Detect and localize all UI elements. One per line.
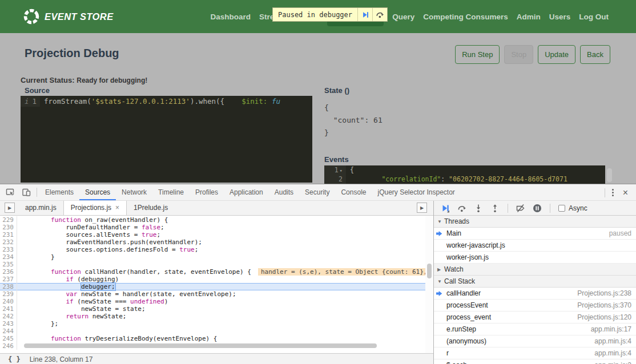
tab-security[interactable]: Security	[299, 184, 335, 200]
stack-frame-callhandler[interactable]: callHandler Projections.js:238	[434, 288, 636, 300]
stack-frame-anonymous[interactable]: (anonymous)app.min.js:4	[434, 335, 636, 347]
gutter-235[interactable]: 235	[0, 261, 17, 268]
pause-on-exceptions-icon[interactable]	[533, 204, 542, 213]
stack-frame-processevent[interactable]: processEventProjections.js:370	[434, 300, 636, 312]
nav-item-log-out[interactable]: Log Out	[579, 13, 609, 21]
tab-network[interactable]: Network	[116, 184, 152, 200]
code-vertical-scrollbar[interactable]	[425, 216, 433, 353]
frame-location: app.min.js:2	[594, 361, 636, 364]
cursor-position: Line 238, Column 17	[30, 355, 93, 363]
gutter-244[interactable]: 244	[0, 327, 17, 335]
async-checkbox[interactable]	[558, 205, 565, 212]
sources-status-bar: { } Line 238, Column 17	[0, 353, 433, 364]
stack-frame-process-event[interactable]: process_eventProjections.js:120	[434, 312, 636, 323]
step-out-icon[interactable]	[490, 204, 500, 213]
threads-section-header[interactable]: ▼Threads	[434, 216, 636, 228]
events-editor[interactable]: 1▾ { 2 "correlationId": "06202702-8827-4…	[324, 165, 605, 184]
resume-script-icon[interactable]	[441, 204, 450, 213]
resume-script-button[interactable]	[357, 8, 372, 21]
divider	[605, 188, 605, 197]
gutter-230[interactable]: 230	[0, 224, 17, 231]
step-over-button[interactable]	[372, 8, 387, 21]
pretty-print-icon[interactable]: { }	[8, 355, 21, 363]
gutter-246[interactable]: 246	[0, 342, 17, 350]
events-line-1: 1▾ {	[324, 165, 605, 175]
inspect-element-icon[interactable]	[6, 188, 15, 197]
gutter-241[interactable]: 241	[0, 305, 17, 313]
file-tab-projections-js[interactable]: Projections.js×	[63, 201, 127, 215]
gutter-240[interactable]: 240	[0, 298, 17, 305]
events-line-number: 2	[339, 175, 343, 183]
horizontal-scrollbar[interactable]	[24, 343, 377, 348]
back-button[interactable]: Back	[580, 45, 610, 64]
source-editor[interactable]: i 1 fromStream('$stats-127.0.0.1:2113').…	[21, 96, 312, 183]
gutter-233[interactable]: 233	[0, 246, 17, 253]
devtools-menu-icon[interactable]	[607, 187, 618, 199]
gutter-245[interactable]: 245	[0, 335, 17, 342]
tab-audits[interactable]: Audits	[269, 184, 299, 200]
page-title: Projection Debug	[25, 47, 119, 60]
paused-in-debugger-toolbar: Paused in debugger	[272, 7, 388, 22]
gutter-231[interactable]: 231	[0, 231, 17, 238]
panel-toggle-icon[interactable]: ▶	[417, 203, 427, 213]
nav-item-query[interactable]: Query	[392, 13, 414, 21]
code-line-233: 233 sources.options.definesFold = true;	[0, 246, 425, 253]
device-toolbar-icon[interactable]	[22, 188, 31, 197]
update-button[interactable]: Update	[538, 45, 575, 64]
fold-arrow-icon[interactable]: ▾	[340, 168, 343, 173]
stack-frame-partial[interactable]: $.eachapp.min.js:2	[434, 359, 636, 364]
stack-frame-e-runstep[interactable]: e.runStepapp.min.js:17	[434, 323, 636, 335]
events-code[interactable]: "correlationId": "06202702-8827-4464-860…	[346, 175, 567, 184]
stack-frame-r[interactable]: rapp.min.js:4	[434, 347, 636, 359]
gutter-232[interactable]: 232	[0, 238, 17, 246]
watch-section-header[interactable]: ▶Watch	[434, 264, 636, 276]
gutter-239[interactable]: 239	[0, 290, 17, 298]
thread-row-worker-json[interactable]: worker-json.js	[434, 252, 636, 264]
events-gutter[interactable]: 1▾	[324, 165, 346, 175]
devtools-close-icon[interactable]: ×	[618, 188, 633, 198]
step-over-icon	[376, 10, 384, 19]
gutter-243[interactable]: 243	[0, 320, 17, 327]
stop-button[interactable]: Stop	[504, 45, 533, 64]
tab-console[interactable]: Console	[335, 184, 372, 200]
frame-location: Projections.js:238	[577, 289, 636, 297]
state-json: { "count": 61 }	[324, 102, 383, 139]
nav-item-dashboard[interactable]: Dashboard	[211, 13, 251, 21]
run-step-button[interactable]: Run Step	[455, 45, 500, 64]
tab-sources[interactable]: Sources	[79, 184, 116, 200]
events-gutter[interactable]: 2	[324, 175, 346, 184]
close-tab-icon[interactable]: ×	[115, 204, 119, 212]
tab-jquery-selector-inspector[interactable]: jQuery Selector Inspector	[372, 184, 460, 200]
gutter-237[interactable]: 237	[0, 276, 17, 283]
gutter-234[interactable]: 234	[0, 253, 17, 261]
call-stack-section-header[interactable]: ▼Call Stack	[434, 276, 636, 288]
tab-application[interactable]: Application	[224, 184, 269, 200]
tab-timeline[interactable]: Timeline	[152, 184, 190, 200]
show-navigator-icon[interactable]: ▶	[5, 203, 15, 213]
source-code[interactable]: fromStream('$stats-127.0.0.1:2113').when…	[40, 96, 280, 107]
file-tab-1prelude-js[interactable]: 1Prelude.js	[127, 201, 175, 215]
brand-name: EVENT STORE	[45, 11, 114, 22]
gutter-242[interactable]: 242	[0, 313, 17, 320]
thread-row-main[interactable]: Main paused	[434, 228, 636, 240]
step-over-icon[interactable]	[457, 204, 466, 213]
file-tab-app-min-js[interactable]: app.min.js	[18, 201, 63, 215]
tab-elements[interactable]: Elements	[39, 184, 79, 200]
scrollbar-thumb[interactable]	[427, 264, 432, 278]
brand[interactable]: EVENT STORE	[23, 8, 114, 25]
events-code[interactable]: {	[346, 165, 354, 175]
devtools-panel: Elements Sources Network Timeline Profil…	[0, 184, 636, 364]
tab-profiles[interactable]: Profiles	[190, 184, 224, 200]
source-code-view[interactable]: 229 function on_raw(eventHandler) { 230 …	[0, 216, 425, 353]
nav-item-users[interactable]: Users	[549, 13, 571, 21]
thread-row-worker-javascript[interactable]: worker-javascript.js	[434, 240, 636, 252]
gutter-229[interactable]: 229	[0, 216, 17, 224]
step-into-icon[interactable]	[474, 204, 483, 213]
source-gutter[interactable]: i 1	[21, 96, 40, 107]
gutter-236[interactable]: 236	[0, 268, 17, 276]
nav-item-competing-consumers[interactable]: Competing Consumers	[423, 13, 508, 21]
events-scrollbar[interactable]	[607, 168, 612, 182]
deactivate-breakpoints-icon[interactable]	[516, 204, 525, 213]
nav-item-admin[interactable]: Admin	[517, 13, 541, 21]
gutter-238[interactable]: 238	[0, 283, 17, 290]
